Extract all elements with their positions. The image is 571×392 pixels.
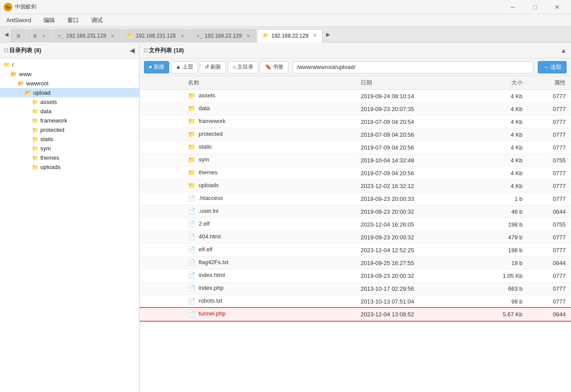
table-row[interactable]: 📄.htaccess2019-09-23 20:00:331 b0777 bbox=[140, 192, 571, 205]
tree-folder-icon: 📁 bbox=[32, 127, 39, 133]
table-row[interactable]: 📄.user.ini2019-09-23 20:00:3246 b0644 bbox=[140, 205, 571, 218]
refresh-button[interactable]: ↺ 刷新 bbox=[200, 61, 226, 73]
tree-label-static: static bbox=[40, 136, 54, 142]
tab-close-2[interactable]: ✕ bbox=[111, 33, 115, 39]
tree-item-upload[interactable]: 📂upload bbox=[0, 88, 139, 97]
row-size: 4 Kb bbox=[463, 90, 528, 103]
file-icon: 📁 bbox=[188, 92, 196, 100]
new-button[interactable]: ● 新建 bbox=[144, 61, 169, 73]
menu-item-AntSword[interactable]: AntSword bbox=[4, 16, 34, 24]
window-controls: ─ □ ✕ bbox=[503, 0, 567, 14]
maximize-button[interactable]: □ bbox=[525, 0, 545, 14]
sidebar-toggle[interactable]: ◀ bbox=[130, 47, 135, 54]
table-row[interactable]: 📄2.elf2023-12-04 16:26:05198 b0755 bbox=[140, 218, 571, 231]
file-tbody: 📁assets2019-09-24 08:10:144 Kb0777📁data2… bbox=[140, 90, 571, 321]
row-size: 479 b bbox=[463, 231, 528, 244]
tab-4[interactable]: >_192.168.22.129✕ bbox=[191, 29, 256, 42]
file-icon: 📄 bbox=[188, 233, 196, 241]
tab-close-1[interactable]: ✕ bbox=[42, 33, 46, 39]
tree-item-data[interactable]: 📁data bbox=[0, 107, 139, 116]
menu-item-编辑[interactable]: 编辑 bbox=[41, 15, 58, 25]
table-row[interactable]: 📄tunnel.php2023-12-04 13:08:525.67 Kb064… bbox=[140, 308, 571, 321]
tab-0[interactable]: ⊞ bbox=[11, 29, 26, 42]
tab-5[interactable]: 📁192.168.22.129✕ bbox=[257, 29, 322, 42]
row-perm: 0777 bbox=[528, 269, 571, 282]
file-panel: □ 文件列表 (18) ▲ ● 新建 ▲ 上层 ↺ 刷新 ⌂ 主目录 🔖 书签 … bbox=[140, 42, 571, 392]
table-row[interactable]: 📄robots.txt2013-10-13 07:51:0498 b0777 bbox=[140, 295, 571, 308]
file-icon: 📁 bbox=[188, 143, 196, 151]
tree-item-uploads[interactable]: 📁uploads bbox=[0, 162, 139, 172]
table-row[interactable]: 📁static2019-07-09 04:20:564 Kb0777 bbox=[140, 141, 571, 154]
up-button[interactable]: ▲ 上层 bbox=[171, 61, 198, 73]
tree-label-upload: upload bbox=[33, 89, 50, 96]
row-perm: 0777 bbox=[528, 167, 571, 180]
sidebar-tree: 📁/📂www📂wwwroot📂upload📁assets📁data📁framew… bbox=[0, 58, 139, 392]
tree-item-themes[interactable]: 📁themes bbox=[0, 153, 139, 162]
row-date: 2019-07-09 04:20:56 bbox=[355, 128, 463, 141]
row-checkbox bbox=[140, 295, 183, 308]
table-row[interactable]: 📁protected2019-07-09 04:20:564 Kb0777 bbox=[140, 128, 571, 141]
row-date: 2019-07-09 04:20:54 bbox=[355, 115, 463, 128]
row-date: 2019-09-23 20:00:33 bbox=[355, 192, 463, 205]
table-row[interactable]: 📁uploads2023-12-02 16:32:124 Kb0777 bbox=[140, 180, 571, 192]
tab-nav-left[interactable]: ◀ bbox=[2, 27, 11, 42]
table-row[interactable]: 📁framework2019-07-09 04:20:544 Kb0777 bbox=[140, 115, 571, 128]
row-checkbox bbox=[140, 231, 183, 244]
col-name-header[interactable]: 名称 bbox=[183, 76, 355, 90]
row-name: 📁sym bbox=[183, 154, 355, 167]
row-perm: 0755 bbox=[528, 218, 571, 231]
table-row[interactable]: 📁data2019-09-23 20:07:354 Kb0777 bbox=[140, 103, 571, 115]
filepanel-toggle[interactable]: ▲ bbox=[560, 47, 567, 54]
file-name: 2.elf bbox=[198, 220, 210, 227]
tree-item-protected[interactable]: 📁protected bbox=[0, 125, 139, 135]
table-row[interactable]: 📄elf.elf2023-12-04 12:52:25198 b0777 bbox=[140, 244, 571, 257]
row-name: 📁framework bbox=[183, 115, 355, 128]
tab-1[interactable]: ⚙✕ bbox=[27, 29, 51, 42]
tree-label-sym: sym bbox=[40, 145, 51, 152]
table-row[interactable]: 📁assets2019-09-24 08:10:144 Kb0777 bbox=[140, 90, 571, 103]
tree-item-sym[interactable]: 📁sym bbox=[0, 144, 139, 153]
col-size-header[interactable]: 大小 bbox=[463, 76, 528, 90]
tree-item-static[interactable]: 📁static bbox=[0, 135, 139, 144]
row-size: 5.67 Kb bbox=[463, 308, 528, 321]
row-size: 19 b bbox=[463, 257, 528, 269]
tab-close-3[interactable]: ✕ bbox=[180, 33, 184, 39]
home-button[interactable]: ⌂ 主目录 bbox=[228, 61, 258, 73]
tree-item-framework[interactable]: 📁framework bbox=[0, 116, 139, 125]
tree-item-wwwroot[interactable]: 📂wwwroot bbox=[0, 79, 139, 88]
table-row[interactable]: 📄404.html2019-09-23 20:00:32479 b0777 bbox=[140, 231, 571, 244]
tree-item-assets[interactable]: 📁assets bbox=[0, 97, 139, 107]
table-row[interactable]: 📁themes2019-07-09 04:20:564 Kb0777 bbox=[140, 167, 571, 180]
tab-close-5[interactable]: ✕ bbox=[313, 33, 317, 38]
col-date-header[interactable]: 日期 bbox=[355, 76, 463, 90]
row-perm: 0777 bbox=[528, 244, 571, 257]
file-name: .htaccess bbox=[198, 195, 223, 201]
table-row[interactable]: 📁sym2019-10-04 14:32:484 Kb0755 bbox=[140, 154, 571, 167]
file-icon: 📁 bbox=[188, 169, 196, 177]
close-button[interactable]: ✕ bbox=[547, 0, 567, 14]
row-checkbox bbox=[140, 308, 183, 321]
read-button[interactable]: → 读取 bbox=[538, 61, 567, 73]
row-checkbox bbox=[140, 180, 183, 192]
tree-item-/[interactable]: 📁/ bbox=[0, 60, 139, 69]
tree-item-www[interactable]: 📂www bbox=[0, 69, 139, 79]
row-checkbox bbox=[140, 218, 183, 231]
tab-close-4[interactable]: ✕ bbox=[246, 33, 250, 39]
tab-3[interactable]: 📁192.168.231.128✕ bbox=[121, 29, 190, 42]
table-row[interactable]: 📄index.html2019-09-23 20:00:321.05 Kb077… bbox=[140, 269, 571, 282]
tree-folder-icon: 📁 bbox=[32, 99, 39, 105]
row-size: 4 Kb bbox=[463, 154, 528, 167]
minimize-button[interactable]: ─ bbox=[503, 0, 523, 14]
menu-item-窗口[interactable]: 窗口 bbox=[65, 15, 82, 25]
row-name: 📁assets bbox=[183, 90, 355, 103]
tab-2[interactable]: >_192.168.231.128✕ bbox=[52, 29, 120, 42]
table-row[interactable]: 📄index.php2013-10-17 02:29:56663 b0777 bbox=[140, 282, 571, 295]
titlebar: 🐜 中国蚁剑 ─ □ ✕ bbox=[0, 0, 571, 14]
row-checkbox bbox=[140, 154, 183, 167]
col-perm-header[interactable]: 属性 bbox=[528, 76, 571, 90]
table-row[interactable]: 📄flag42Fs.txt2019-09-25 16:27:5519 b0644 bbox=[140, 257, 571, 269]
menu-item-调试[interactable]: 调试 bbox=[89, 15, 105, 25]
tab-nav-right[interactable]: ▶ bbox=[323, 27, 332, 42]
path-input[interactable] bbox=[293, 61, 533, 73]
bookmark-button[interactable]: 🔖 书签 bbox=[260, 61, 288, 73]
